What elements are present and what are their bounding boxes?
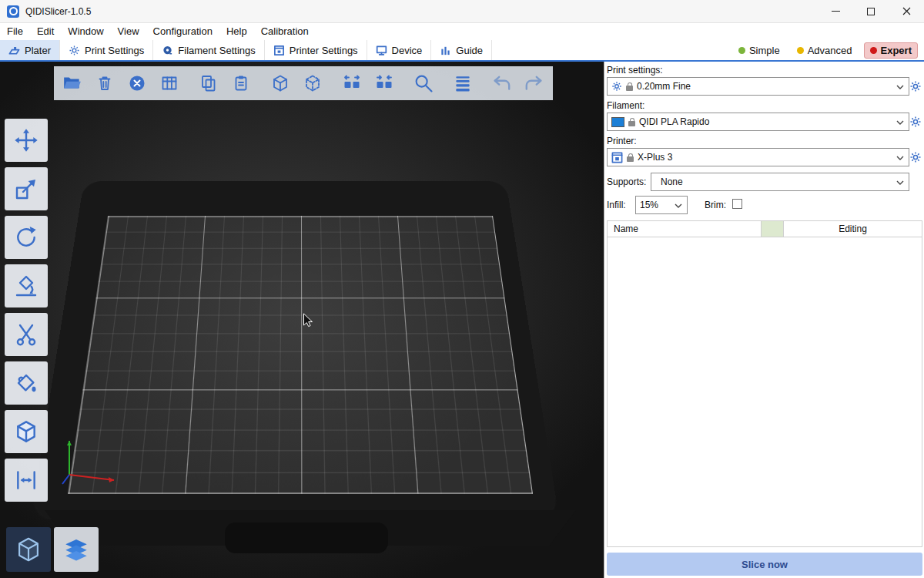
arrange-button[interactable] [159,70,181,96]
move-tool-button[interactable] [5,119,48,162]
paste-icon [232,74,250,92]
variable-layer-height-button[interactable] [451,70,474,96]
close-button[interactable] [889,0,924,22]
tab-printer-settings[interactable]: Printer Settings [265,40,367,60]
printer-gear-button[interactable] [909,151,922,163]
printer-settings-icon [273,45,285,56]
split-parts-icon [375,74,393,92]
open-button[interactable] [62,70,84,96]
paint-supports-tool-button[interactable] [5,361,48,405]
cube-icon [271,74,290,92]
folder-open-icon [62,73,82,93]
brim-checkbox[interactable] [732,199,742,209]
object-list[interactable]: Name Editing [607,220,922,547]
plater-icon [8,45,20,56]
menu-bar: File Edit Window View Configuration Help… [0,23,924,40]
tab-device[interactable]: Device [367,40,432,60]
supports-combo[interactable]: None [651,173,909,191]
menu-file[interactable]: File [0,23,30,40]
viewport-3d[interactable] [0,62,604,578]
infill-value: 15% [640,200,658,210]
mode-simple[interactable]: Simple [733,43,785,58]
delete-button[interactable] [94,70,116,96]
printer-combo[interactable]: X-Plus 3 [607,148,909,166]
close-icon [902,7,911,15]
search-button[interactable] [412,70,434,96]
mode-expert[interactable]: Expert [864,42,918,59]
mode-label: Simple [749,45,780,56]
chevron-down-icon [896,85,904,89]
filament-gear-button[interactable] [909,116,922,128]
x-circle-icon [128,74,146,92]
chevron-down-icon [896,120,904,125]
app-icon [7,5,19,18]
tab-label: Plater [25,45,51,56]
lock-icon [628,121,635,126]
lock-icon [626,86,633,91]
menu-calibration[interactable]: Calibration [254,23,316,40]
tab-guide[interactable]: Guide [431,40,492,60]
table-grid-icon [160,74,179,92]
menu-view[interactable]: View [111,23,146,40]
redo-button[interactable] [523,70,545,96]
rotate-tool-button[interactable] [5,216,48,259]
maximize-button[interactable] [853,0,889,22]
undo-icon [492,73,512,93]
paint-bucket-icon [14,371,38,395]
tab-print-settings[interactable]: Print Settings [60,40,153,60]
print-settings-combo[interactable]: 0.20mm Fine [607,77,909,96]
maximize-icon [867,8,875,15]
place-on-face-tool-button[interactable] [5,264,48,307]
window-title: QIDISlicer-1.0.5 [25,6,91,17]
menu-configuration[interactable]: Configuration [146,23,219,40]
mouse-cursor [303,313,315,328]
tab-filament-settings[interactable]: Filament Settings [153,40,264,60]
mode-advanced[interactable]: Advanced [792,43,858,58]
remove-instance-button[interactable] [301,70,323,96]
editor-view-button[interactable] [6,527,51,572]
print-bed-grid[interactable] [68,216,533,494]
preview-layers-icon [61,534,92,565]
split-objects-button[interactable] [340,70,363,96]
top-toolbar [54,66,553,100]
advanced-dot-icon [797,47,804,54]
tab-label: Guide [456,45,483,56]
print-settings-gear-button[interactable] [909,80,922,92]
printer-value: X-Plus 3 [638,152,672,163]
preview-view-button[interactable] [54,527,99,572]
filament-combo[interactable]: QIDI PLA Rapido [607,113,909,131]
title-bar[interactable]: QIDISlicer-1.0.5 [0,0,924,23]
cut-tool-button[interactable] [5,313,48,356]
undo-button[interactable] [490,70,513,96]
paste-button[interactable] [230,70,253,96]
menu-window[interactable]: Window [61,23,110,40]
axes-gizmo [52,430,129,492]
emboss-tool-button[interactable] [5,410,48,453]
view-toggle [6,527,99,572]
menu-help[interactable]: Help [219,23,254,40]
add-instance-button[interactable] [270,70,292,96]
mode-label: Advanced [808,45,852,56]
tab-plater[interactable]: Plater [0,40,60,60]
mode-label: Expert [881,45,912,56]
gear-icon [909,151,922,163]
slice-now-button[interactable]: Slice now [607,553,922,576]
3d-view-cube-icon [14,535,43,564]
minimize-button[interactable] [818,0,853,22]
redo-icon [524,73,544,93]
column-name: Name [608,223,761,234]
slice-now-label: Slice now [742,559,788,570]
measure-tool-button[interactable] [5,459,48,502]
emboss-cube-icon [14,419,38,444]
copy-button[interactable] [198,70,220,96]
filament-color-swatch [611,117,624,127]
split-parts-button[interactable] [373,70,395,96]
left-toolbar [5,119,48,502]
delete-all-button[interactable] [126,70,149,96]
menu-edit[interactable]: Edit [30,23,61,40]
infill-combo[interactable]: 15% [635,196,688,214]
filament-label: Filament: [607,100,644,111]
scale-tool-button[interactable] [5,167,48,210]
gear-icon [909,116,922,128]
tab-bar: Plater Print Settings Filament Settings … [0,40,924,62]
